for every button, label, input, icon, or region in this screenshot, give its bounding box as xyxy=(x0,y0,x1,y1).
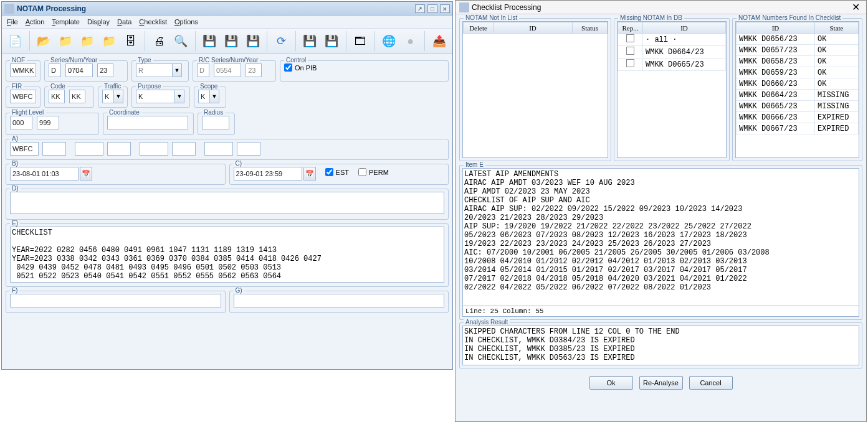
dialog-titlebar: Checklist Processing ✕ xyxy=(455,1,866,14)
fl-from-input[interactable]: 000 xyxy=(10,116,32,129)
series-year-input[interactable]: 23 xyxy=(97,63,113,77)
open-folder-icon[interactable]: 📂 xyxy=(34,30,54,52)
table-row[interactable]: WMKK D0656/23OK xyxy=(737,34,859,45)
reanalyse-button[interactable]: Re-Analyse xyxy=(639,376,683,390)
label-scope: Scope xyxy=(198,83,219,90)
save-green-icon[interactable]: 💾 xyxy=(200,30,219,52)
f-input[interactable] xyxy=(10,294,221,307)
iteme-text[interactable]: LATEST AIP AMENDMENTS AIRAC AIP AMDT 03/… xyxy=(462,168,859,306)
b-datetime-input[interactable]: 23-08-01 01:03 xyxy=(10,167,79,181)
code1-input[interactable]: KK xyxy=(49,90,65,103)
fl-to-input[interactable]: 999 xyxy=(37,116,59,129)
table-row[interactable]: · all · xyxy=(618,34,726,46)
table-row[interactable]: WMKK D0666/23EXPIRED xyxy=(737,112,859,123)
chevron-down-icon[interactable]: ▼ xyxy=(174,90,184,103)
close-icon[interactable]: ⨯ xyxy=(440,4,450,13)
chevron-down-icon[interactable]: ▼ xyxy=(209,90,219,103)
rc-year-input[interactable]: 23 xyxy=(246,63,262,77)
missing-table[interactable]: Rep... ID · all ·WMKK D0664/23WMKK D0665… xyxy=(617,21,727,158)
purpose-select[interactable]: K▼ xyxy=(136,90,184,103)
notinlist-table[interactable]: Delete ID Status xyxy=(462,21,608,158)
est-checkbox[interactable]: EST xyxy=(325,168,349,176)
found-table[interactable]: ID State WMKK D0656/23OKWMKK D0657/23OKW… xyxy=(735,21,859,158)
label-e: E) xyxy=(10,220,20,227)
row-checkbox[interactable] xyxy=(626,34,634,42)
series-num-input[interactable]: 0704 xyxy=(65,63,93,77)
a1-input[interactable]: WBFC xyxy=(10,142,39,156)
globe-icon[interactable]: 🌐 xyxy=(379,30,398,52)
menu-data[interactable]: Data xyxy=(117,18,131,26)
ok-button[interactable]: Ok xyxy=(589,376,633,390)
traffic-select[interactable]: K▼ xyxy=(102,90,123,103)
d-textarea[interactable] xyxy=(10,192,444,214)
menu-action[interactable]: Action xyxy=(26,18,45,26)
analysis-text[interactable]: SKIPPED CHARACTERS FROM LINE 12 COL 0 TO… xyxy=(462,326,859,365)
menu-file[interactable]: File xyxy=(7,18,18,26)
export-icon[interactable]: 📤 xyxy=(429,30,449,52)
table-row[interactable]: WMKK D0665/23 xyxy=(618,59,726,71)
table-row[interactable]: WMKK D0664/23MISSING xyxy=(737,90,859,101)
rc-letter-input[interactable]: D xyxy=(197,63,209,77)
refresh-icon[interactable]: ⟳ xyxy=(272,30,291,52)
folder-out-icon[interactable]: 📁 xyxy=(78,30,97,52)
table-row[interactable]: WMKK D0660/23OK xyxy=(737,78,859,90)
menu-display[interactable]: Display xyxy=(87,18,110,26)
database-icon[interactable]: 🗄 xyxy=(121,30,140,52)
menu-options[interactable]: Options xyxy=(174,18,198,26)
onpib-checkbox[interactable]: On PIB xyxy=(284,63,317,72)
calendar-icon[interactable]: 📅 xyxy=(303,167,316,181)
c-datetime-input[interactable]: 23-09-01 23:59 xyxy=(234,167,302,181)
save-ref-icon[interactable]: 💾 xyxy=(322,30,341,52)
row-checkbox[interactable] xyxy=(626,47,634,55)
a7-input[interactable] xyxy=(204,142,233,156)
save-in-icon[interactable]: 💾 xyxy=(222,30,241,52)
chevron-down-icon[interactable]: ▼ xyxy=(113,90,123,103)
new-doc-icon[interactable]: 📄 xyxy=(6,30,25,52)
circle-disabled-icon[interactable]: ● xyxy=(401,30,420,52)
g-input[interactable] xyxy=(234,294,445,307)
table-row[interactable]: WMKK D0665/23MISSING xyxy=(737,101,859,112)
cancel-button[interactable]: Cancel xyxy=(689,376,733,390)
menu-checklist[interactable]: Checklist xyxy=(139,18,167,26)
chevron-down-icon[interactable]: ▼ xyxy=(172,63,182,77)
scope-select[interactable]: K▼ xyxy=(198,90,219,103)
search-icon[interactable]: 🔍 xyxy=(171,30,191,52)
table-row[interactable]: WMKK D0659/23OK xyxy=(737,67,859,78)
save-disk-icon[interactable]: 💾 xyxy=(300,30,320,52)
close-icon[interactable]: ✕ xyxy=(849,1,862,13)
a2-input[interactable] xyxy=(42,142,66,156)
type-select[interactable]: R▼ xyxy=(136,63,182,77)
a3-input[interactable] xyxy=(75,142,103,156)
row-checkbox[interactable] xyxy=(626,59,634,67)
nof-input[interactable]: WMKK xyxy=(10,63,36,77)
code2-input[interactable]: KK xyxy=(69,90,85,103)
label-b: B) xyxy=(10,160,20,167)
iteme-status: Line: 25 Column: 55 xyxy=(462,306,859,317)
perm-checkbox[interactable]: PERM xyxy=(358,168,389,176)
menu-template[interactable]: Template xyxy=(52,18,80,26)
a5-input[interactable] xyxy=(140,142,168,156)
radius-input[interactable] xyxy=(202,116,229,129)
detach-icon[interactable]: ↗ xyxy=(415,4,425,13)
table-row[interactable]: WMKK D0667/23EXPIRED xyxy=(737,123,859,134)
table-row[interactable]: WMKK D0657/23OK xyxy=(737,45,859,56)
calendar-icon[interactable]: 📅 xyxy=(80,167,92,181)
folder-forward-icon[interactable]: 📁 xyxy=(99,30,118,52)
printer-icon[interactable]: 🖨 xyxy=(150,30,169,52)
table-row[interactable]: WMKK D0658/23OK xyxy=(737,56,859,67)
label-fir: FIR xyxy=(10,83,24,90)
maximize-icon[interactable]: □ xyxy=(427,4,437,13)
save-out-icon[interactable]: 💾 xyxy=(243,30,262,52)
a4-input[interactable] xyxy=(107,142,131,156)
a6-input[interactable] xyxy=(172,142,196,156)
a8-input[interactable] xyxy=(237,142,260,156)
coordinate-input[interactable] xyxy=(107,116,188,129)
folder-in-icon[interactable]: 📁 xyxy=(56,30,75,52)
table-row[interactable]: WMKK D0664/23 xyxy=(618,46,726,59)
view-icon[interactable]: 🗔 xyxy=(351,30,370,52)
rc-num-input[interactable]: 0554 xyxy=(214,63,241,77)
fir-input[interactable]: WBFC xyxy=(10,90,36,103)
e-textarea[interactable]: CHECKLIST YEAR=2022 0282 0456 0480 0491 … xyxy=(10,227,444,283)
label-g: G) xyxy=(234,287,244,294)
series-letter-input[interactable]: D xyxy=(49,63,61,77)
